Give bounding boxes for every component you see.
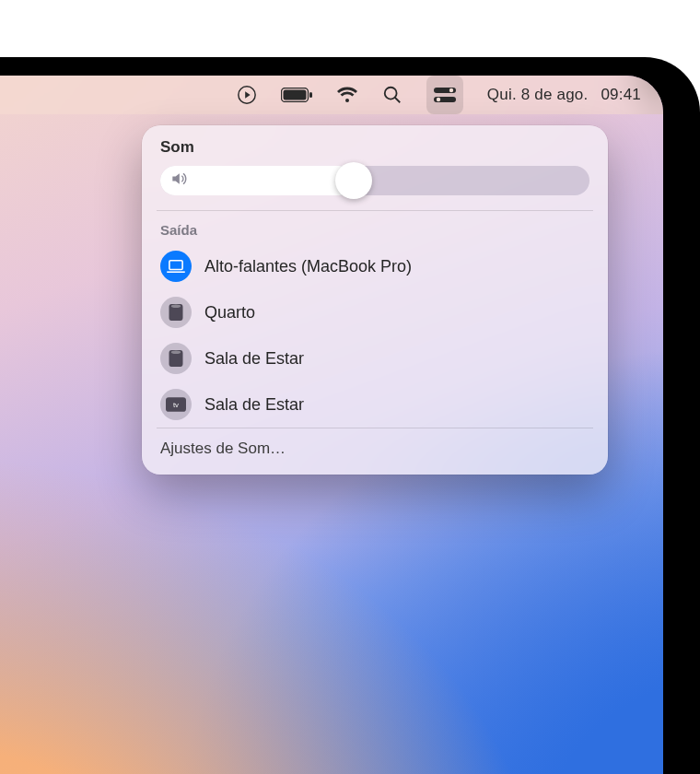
- output-item[interactable]: Quarto: [142, 289, 608, 335]
- volume-slider-thumb[interactable]: [335, 162, 372, 199]
- svg-rect-10: [169, 261, 182, 270]
- sound-settings-link[interactable]: Ajustes de Som…: [142, 428, 608, 469]
- svg-point-12: [171, 304, 181, 308]
- sound-settings-label: Ajustes de Som…: [160, 440, 286, 457]
- output-item-label: Sala de Estar: [204, 395, 304, 415]
- appletv-icon: tv: [160, 389, 192, 420]
- volume-slider-fill: [160, 166, 354, 195]
- volume-slider[interactable]: [160, 166, 589, 195]
- svg-rect-3: [309, 92, 312, 98]
- output-item-label: Sala de Estar: [204, 349, 304, 369]
- svg-rect-2: [283, 90, 306, 100]
- output-section-label: Saída: [142, 211, 608, 243]
- svg-text:tv: tv: [173, 401, 179, 409]
- panel-title: Som: [142, 138, 608, 166]
- menubar-date: Qui. 8 de ago.: [487, 86, 589, 104]
- speaker-icon: [169, 170, 188, 192]
- menubar-time: 09:41: [601, 86, 641, 104]
- battery-icon[interactable]: [281, 76, 312, 114]
- output-item[interactable]: tvSala de Estar: [142, 381, 608, 428]
- now-playing-icon[interactable]: [237, 76, 257, 114]
- wifi-icon[interactable]: [336, 76, 358, 114]
- menubar: Qui. 8 de ago. 09:41: [0, 76, 663, 114]
- output-item[interactable]: Sala de Estar: [142, 335, 608, 381]
- homepod-icon: [160, 343, 192, 374]
- svg-line-5: [395, 98, 401, 103]
- svg-point-9: [437, 98, 440, 101]
- svg-point-4: [385, 88, 397, 100]
- output-item-label: Alto-falantes (MacBook Pro): [204, 257, 412, 276]
- laptop-icon: [160, 251, 192, 282]
- screen: Qui. 8 de ago. 09:41 Som Saída Alto-fala: [0, 76, 663, 774]
- output-list: Alto-falantes (MacBook Pro)QuartoSala de…: [142, 243, 608, 428]
- menubar-datetime[interactable]: Qui. 8 de ago. 09:41: [487, 76, 641, 114]
- homepod-icon: [160, 297, 192, 328]
- svg-point-7: [449, 88, 453, 92]
- output-item[interactable]: Alto-falantes (MacBook Pro): [142, 243, 608, 289]
- output-item-label: Quarto: [204, 303, 255, 322]
- sound-panel: Som Saída Alto-falantes (MacBook Pro)Qua…: [142, 125, 608, 475]
- spotlight-icon[interactable]: [382, 76, 402, 114]
- svg-point-13: [171, 350, 181, 354]
- control-center-icon[interactable]: [426, 76, 463, 114]
